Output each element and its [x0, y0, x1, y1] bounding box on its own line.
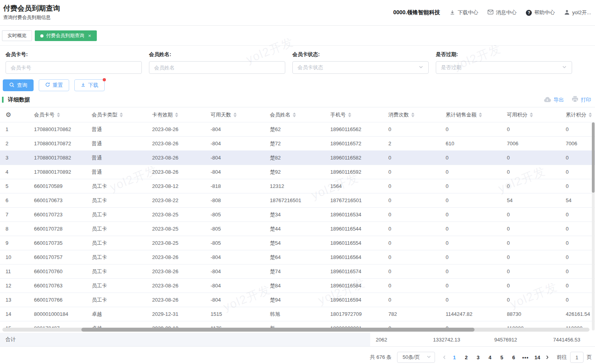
page-header: 付费会员到期查询 查询付费会员到期信息 0000.领锋智能科技 下载中心消息中心… — [0, 0, 595, 26]
sort-icon[interactable] — [530, 113, 533, 117]
table-cell: 员工卡 — [86, 268, 147, 275]
search-button[interactable]: 查询 — [3, 79, 34, 91]
column-header-1[interactable]: 会员卡类型 — [86, 111, 147, 118]
page-number-button[interactable]: 1 — [448, 355, 460, 360]
print-button[interactable]: 打印 — [572, 96, 591, 103]
column-header-0[interactable]: 会员卡号 — [28, 111, 86, 118]
table-cell: 员工卡 — [86, 254, 147, 261]
column-label: 会员卡类型 — [92, 111, 117, 118]
horizontal-scrollbar-thumb[interactable] — [81, 328, 474, 332]
printer-icon — [572, 96, 578, 103]
page-size-value: 50条/页 — [403, 354, 420, 361]
page-number-button[interactable]: 4 — [484, 355, 496, 360]
table-row[interactable]: 116600170760员工卡2023-08-26-804楚7418960116… — [0, 265, 595, 279]
summary-value-cell: 94576912 — [489, 337, 548, 343]
row-index-cell: 10 — [0, 254, 28, 260]
table-row[interactable]: 96600170735员工卡2023-08-25-805楚54189601165… — [0, 236, 595, 250]
column-label: 累计销售金额 — [446, 111, 476, 118]
toplink-0[interactable]: 下载中心 — [450, 9, 478, 16]
table-tools: 导出 打印 — [535, 96, 591, 103]
tab-1[interactable]: 付费会员到期查询× — [35, 30, 97, 41]
column-header-5[interactable]: 手机号 — [325, 111, 383, 118]
goto-page-input[interactable] — [570, 352, 584, 363]
table-row[interactable]: 76600170723员工卡2023-08-25-805楚34189601165… — [0, 208, 595, 222]
column-header-4[interactable]: 会员姓名 — [264, 111, 325, 118]
table-row[interactable]: 14800001000184卓越2029-12-311515韩旭18017972… — [0, 307, 595, 321]
table-cell: 员工卡 — [86, 183, 147, 190]
filter-select-3[interactable]: 是否过期 — [436, 61, 572, 74]
table-cell: 88730 — [501, 311, 560, 317]
row-index-cell: 13 — [0, 297, 28, 303]
filter-select-2[interactable]: 会员卡状态 — [292, 61, 429, 74]
column-header-3[interactable]: 可用天数 — [205, 111, 264, 118]
gear-icon[interactable]: ⚙ — [6, 111, 11, 118]
table-cell: 0 — [383, 254, 440, 260]
table-row[interactable]: 11708800170862普通2023-08-26-804楚621896011… — [0, 122, 595, 137]
reset-button-label: 重置 — [53, 82, 63, 89]
table-row[interactable]: 86600170728员工卡2023-08-25-805楚44189601165… — [0, 222, 595, 236]
sort-icon[interactable] — [175, 113, 178, 117]
table-cell: 18960116584 — [325, 283, 383, 289]
toplink-1[interactable]: 消息中心 — [488, 9, 516, 16]
table-row[interactable]: 41708800170892普通2023-08-26-804楚921896011… — [0, 165, 595, 179]
table-cell: 楚64 — [264, 254, 325, 261]
action-buttons: 查询 重置 下载 — [0, 74, 595, 91]
table-cell: 0 — [501, 254, 560, 260]
page-number-button[interactable]: 14 — [531, 355, 543, 360]
page-number-button[interactable]: 6 — [508, 355, 520, 360]
sort-icon[interactable] — [348, 113, 351, 117]
page-number-button[interactable]: 3 — [472, 355, 484, 360]
column-header-8[interactable]: 可用积分 — [501, 111, 560, 118]
page-ellipsis[interactable]: ••• — [520, 355, 531, 360]
sort-icon[interactable] — [479, 113, 482, 117]
page-number-button[interactable]: 5 — [496, 355, 508, 360]
reset-button[interactable]: 重置 — [39, 79, 69, 91]
table-row[interactable]: 56600170589员工卡2023-08-12-818123121564000… — [0, 179, 595, 193]
column-header-2[interactable]: 卡有效期 — [147, 111, 205, 118]
column-label: 可用天数 — [211, 111, 231, 118]
column-header-7[interactable]: 累计销售金额 — [440, 111, 501, 118]
table-row[interactable]: 126600170763员工卡2023-08-26-804楚8418960116… — [0, 279, 595, 293]
table-cell: 0 — [501, 268, 560, 274]
table-cell: 18767216501 — [325, 197, 383, 203]
filter-input-0[interactable] — [6, 61, 142, 74]
chevron-down-icon — [418, 64, 424, 71]
sort-icon[interactable] — [57, 113, 60, 117]
filter-2: 会员卡状态:会员卡状态 — [292, 51, 429, 74]
sort-icon[interactable] — [411, 113, 414, 117]
filter-input-1[interactable] — [149, 61, 285, 74]
next-page-button[interactable] — [543, 355, 551, 360]
table-row[interactable]: 106600170757员工卡2023-08-26-804楚6418960116… — [0, 250, 595, 265]
sort-icon[interactable] — [293, 113, 296, 117]
column-header-6[interactable]: 消费次数 — [383, 111, 440, 118]
sort-icon[interactable] — [233, 113, 237, 117]
export-button[interactable]: 导出 — [543, 96, 564, 103]
row-index-cell: 12 — [0, 283, 28, 289]
tab-close-icon[interactable]: × — [88, 33, 91, 38]
download-button[interactable]: 下载 — [74, 79, 105, 91]
table-cell: 0 — [383, 169, 440, 175]
table-cell: 楚62 — [264, 126, 325, 133]
toplink-2[interactable]: ?帮助中心 — [526, 9, 555, 16]
sort-icon[interactable] — [120, 113, 123, 117]
filter-label-3: 是否过期: — [436, 51, 572, 58]
table-cell: 2023-08-26 — [147, 297, 205, 303]
toplink-3[interactable]: yol2开... — [564, 9, 591, 16]
page-number-button[interactable]: 2 — [460, 355, 472, 360]
table-cell: 楚74 — [264, 268, 325, 275]
page-size-select[interactable]: 50条/页 — [397, 352, 435, 363]
table-cell: 楚92 — [264, 169, 325, 176]
table-row[interactable]: 31708800170882普通2023-08-26-804楚821896011… — [0, 151, 595, 165]
table-row[interactable]: 21708800170872普通2023-08-26-804楚721896011… — [0, 137, 595, 151]
table-row[interactable]: 66600170673员工卡2023-08-22-808187672165011… — [0, 193, 595, 208]
vertical-scrollbar[interactable] — [592, 122, 595, 330]
tab-label: 实时概览 — [8, 32, 26, 39]
sort-icon[interactable] — [589, 113, 592, 117]
tab-0[interactable]: 实时概览 — [2, 30, 32, 41]
table-row[interactable]: 136600170766员工卡2023-08-26-804楚9418960116… — [0, 293, 595, 307]
horizontal-scrollbar[interactable] — [2, 328, 589, 332]
vertical-scrollbar-thumb[interactable] — [592, 122, 595, 193]
column-header-9[interactable]: 累计积分 — [560, 111, 595, 118]
prev-page-button[interactable] — [441, 355, 448, 360]
table-cell: 18960116564 — [325, 254, 383, 260]
